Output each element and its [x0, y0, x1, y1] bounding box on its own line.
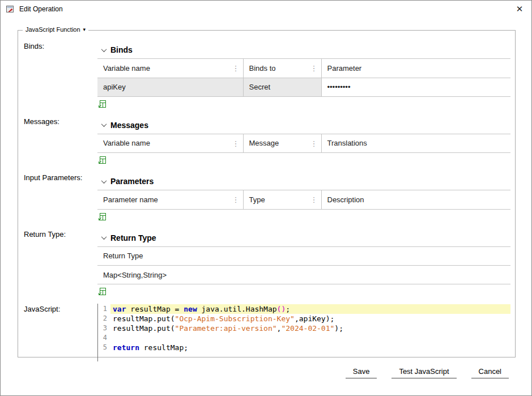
column-label: Variable name	[103, 64, 150, 73]
input-parameters-label: Input Parameters:	[24, 172, 97, 223]
column-header[interactable]: Return Type	[97, 247, 510, 266]
code-text: return resultMap;	[110, 343, 510, 352]
javascript-label: JavaScript:	[24, 304, 97, 361]
binds-label: Binds:	[24, 41, 97, 110]
column-menu-icon[interactable]: ⋮	[310, 139, 318, 147]
line-number: 5	[98, 343, 110, 352]
app-icon	[6, 5, 15, 14]
add-row-icon	[98, 156, 107, 164]
section-messages: Messages Variable name⋮Message⋮Translati…	[97, 116, 510, 167]
code-line[interactable]: 2resultMap.put("Ocp-Apim-Subscription-Ke…	[98, 314, 510, 323]
messages-section-title: Messages	[110, 121, 148, 130]
column-label: Description	[327, 195, 364, 204]
column-header[interactable]: Variable name⋮	[97, 59, 243, 78]
messages-label: Messages:	[24, 116, 97, 167]
table-cell[interactable]: Secret	[243, 78, 321, 96]
section-binds: Binds Variable name⋮Binds to⋮Parameterap…	[97, 41, 510, 110]
chevron-down-icon	[101, 46, 107, 52]
messages-section-header[interactable]: Messages	[97, 116, 510, 134]
code-text	[110, 333, 510, 343]
column-label: Type	[249, 195, 265, 204]
column-header[interactable]: Variable name⋮	[97, 134, 243, 153]
add-parameter-button[interactable]	[98, 212, 107, 222]
column-label: Message	[249, 139, 279, 147]
binds-header-row: Variable name⋮Binds to⋮Parameter	[97, 59, 510, 78]
column-header[interactable]: Parameter	[321, 59, 510, 78]
return-type-section-header[interactable]: Return Type	[97, 229, 510, 247]
edit-return-type-button[interactable]	[98, 287, 107, 296]
column-label: Parameter name	[103, 195, 158, 204]
table-row: Map<String,String>	[97, 266, 510, 284]
column-header[interactable]: Parameter name⋮	[97, 190, 243, 209]
table-cell[interactable]: apiKey	[97, 78, 243, 96]
column-menu-icon[interactable]: ⋮	[232, 139, 240, 147]
column-label: Translations	[327, 139, 367, 147]
table-cell[interactable]: •••••••••	[321, 78, 510, 96]
close-icon[interactable]: ✕	[512, 2, 527, 16]
binds-section-header[interactable]: Binds	[97, 41, 510, 59]
column-menu-icon[interactable]: ⋮	[232, 195, 240, 204]
return-type-row: Return Type: Return Type Return TypeMap<…	[24, 229, 510, 298]
table-row: apiKeySecret•••••••••	[97, 78, 510, 96]
add-message-button[interactable]	[98, 156, 107, 165]
line-number: 3	[98, 323, 110, 333]
test-javascript-button[interactable]: Test JavaScript	[391, 365, 456, 378]
groupbox-label: JavaScript Function	[25, 26, 80, 33]
column-header[interactable]: Message⋮	[243, 134, 321, 153]
save-button[interactable]: Save	[346, 365, 377, 378]
messages-table: Variable name⋮Message⋮Translations	[97, 134, 510, 154]
code-lines: 1var resultMap = new java.util.HashMap()…	[98, 304, 510, 352]
binds-table: Variable name⋮Binds to⋮ParameterapiKeySe…	[97, 59, 510, 97]
binds-section-title: Binds	[110, 45, 133, 54]
table-cell[interactable]: Map<String,String>	[97, 266, 510, 284]
add-row-icon	[98, 287, 107, 296]
code-text: var resultMap = new java.util.HashMap();	[110, 304, 510, 314]
column-header[interactable]: Binds to⋮	[243, 59, 321, 78]
javascript-row: JavaScript: 1var resultMap = new java.ut…	[24, 304, 510, 361]
section-parameters: Parameters Parameter name⋮Type⋮Descripti…	[97, 172, 510, 223]
javascript-function-groupbox: JavaScript Function ▾ Binds: Binds Varia…	[18, 30, 516, 357]
javascript-editor[interactable]: 1var resultMap = new java.util.HashMap()…	[97, 304, 510, 361]
column-label: Variable name	[103, 139, 150, 147]
titlebar: Edit Operation ✕	[1, 1, 531, 18]
groupbox-header: JavaScript Function ▾	[23, 26, 88, 33]
messages-row: Messages: Messages Variable name⋮Message…	[24, 116, 510, 167]
groupbox-dropdown-icon[interactable]: ▾	[83, 27, 86, 32]
binds-row: Binds: Binds Variable name⋮Binds to⋮Para…	[24, 41, 510, 110]
column-label: Parameter	[327, 64, 362, 73]
code-line[interactable]: 3resultMap.put("Parameter:api-version","…	[98, 323, 510, 333]
line-number: 2	[98, 314, 110, 323]
parameters-section-title: Parameters	[110, 177, 154, 186]
chevron-down-icon	[101, 234, 107, 240]
return-type-section-title: Return Type	[110, 233, 156, 242]
column-header[interactable]: Description	[321, 190, 510, 209]
column-header[interactable]: Translations	[321, 134, 510, 153]
window-title: Edit Operation	[19, 5, 63, 13]
line-number: 1	[98, 304, 110, 314]
parameters-header-row: Parameter name⋮Type⋮Description	[97, 190, 510, 209]
parameters-row: Input Parameters: Parameters Parameter n…	[24, 172, 510, 223]
code-line[interactable]: 1var resultMap = new java.util.HashMap()…	[98, 304, 510, 314]
code-line[interactable]: 4	[98, 333, 510, 343]
column-menu-icon[interactable]: ⋮	[310, 195, 318, 204]
column-label: Return Type	[103, 252, 143, 260]
section-return-type: Return Type Return TypeMap<String,String…	[97, 229, 510, 298]
parameters-table: Parameter name⋮Type⋮Description	[97, 190, 510, 210]
messages-header-row: Variable name⋮Message⋮Translations	[97, 134, 510, 153]
return-type-table: Return TypeMap<String,String>	[97, 247, 510, 285]
column-header[interactable]: Type⋮	[243, 190, 321, 209]
add-row-icon	[98, 100, 107, 108]
code-line[interactable]: 5return resultMap;	[98, 343, 510, 352]
code-text: resultMap.put("Parameter:api-version","2…	[110, 323, 510, 333]
return-type-label: Return Type:	[24, 229, 97, 298]
add-row-icon	[98, 212, 107, 221]
line-number: 4	[98, 333, 110, 343]
add-bind-button[interactable]	[98, 100, 107, 109]
edit-operation-dialog: Edit Operation ✕ JavaScript Function ▾ B…	[0, 0, 532, 396]
column-label: Binds to	[249, 64, 276, 73]
column-menu-icon[interactable]: ⋮	[232, 64, 240, 73]
column-menu-icon[interactable]: ⋮	[310, 64, 318, 73]
parameters-section-header[interactable]: Parameters	[97, 172, 510, 190]
cancel-button[interactable]: Cancel	[471, 365, 509, 378]
chevron-down-icon	[101, 121, 107, 127]
